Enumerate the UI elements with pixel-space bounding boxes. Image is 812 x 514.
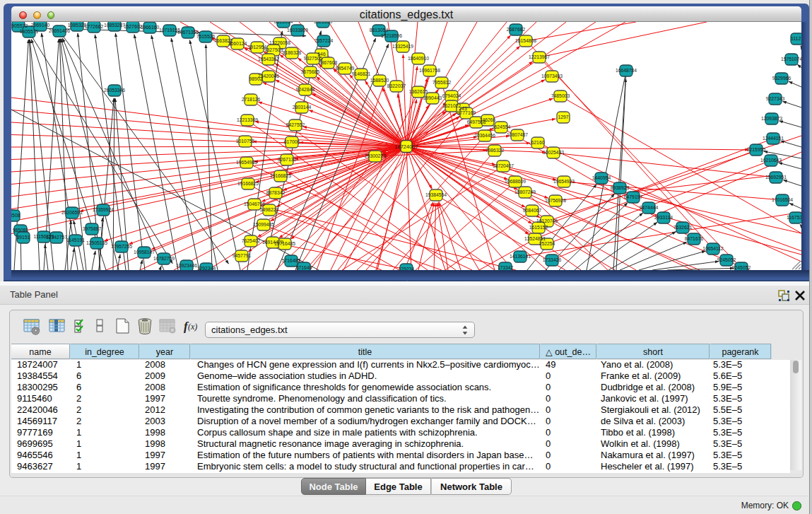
svg-text:10961758: 10961758 xyxy=(419,68,440,73)
svg-text:7357224: 7357224 xyxy=(314,38,334,43)
svg-text:1010755: 1010755 xyxy=(236,139,255,144)
svg-text:1921859: 1921859 xyxy=(314,22,333,24)
svg-text:10973493: 10973493 xyxy=(541,74,563,78)
svg-text:6966160: 6966160 xyxy=(141,25,160,30)
svg-text:12342757: 12342757 xyxy=(46,235,67,240)
svg-text:2069140: 2069140 xyxy=(31,23,50,28)
svg-text:9146821: 9146821 xyxy=(352,71,371,76)
svg-text:18724007: 18724007 xyxy=(394,144,418,150)
svg-text:6794024: 6794024 xyxy=(442,93,461,98)
svg-text:129234: 129234 xyxy=(399,267,415,270)
svg-text:8427552: 8427552 xyxy=(286,122,305,127)
svg-text:2803144: 2803144 xyxy=(293,105,312,110)
svg-text:9474444: 9474444 xyxy=(640,205,659,210)
svg-text:2687682: 2687682 xyxy=(507,27,526,32)
svg-text:9777169: 9777169 xyxy=(457,110,476,115)
svg-text:2867608: 2867608 xyxy=(319,60,338,65)
svg-text:10958147: 10958147 xyxy=(134,250,155,255)
svg-text:10807487: 10807487 xyxy=(507,132,528,137)
svg-text:8454749: 8454749 xyxy=(336,66,355,71)
svg-text:18807249: 18807249 xyxy=(514,189,536,194)
svg-text:17359924: 17359924 xyxy=(93,207,114,212)
svg-text:8990443: 8990443 xyxy=(423,95,442,100)
svg-text:17016504: 17016504 xyxy=(772,197,793,202)
svg-text:16154808: 16154808 xyxy=(515,38,536,43)
svg-text:15692951: 15692951 xyxy=(765,175,787,180)
svg-text:15751074: 15751074 xyxy=(781,57,801,62)
svg-text:1588520: 1588520 xyxy=(370,78,389,83)
svg-text:19384554: 19384554 xyxy=(425,192,447,197)
svg-text:13325419: 13325419 xyxy=(392,44,413,49)
svg-text:7986322: 7986322 xyxy=(486,148,505,153)
svg-text:12213967: 12213967 xyxy=(529,54,550,59)
svg-text:16120746: 16120746 xyxy=(536,218,558,223)
svg-text:98508: 98508 xyxy=(11,213,20,218)
svg-text:252254: 252254 xyxy=(539,241,555,246)
svg-text:1405571: 1405571 xyxy=(20,29,39,34)
svg-text:8471676: 8471676 xyxy=(685,236,704,241)
svg-text:3660124: 3660124 xyxy=(228,41,247,46)
svg-text:9242848: 9242848 xyxy=(296,87,315,92)
svg-text:985081: 985081 xyxy=(13,228,29,233)
svg-text:9327503: 9327503 xyxy=(264,47,283,52)
svg-text:3624554: 3624554 xyxy=(492,124,511,129)
svg-text:8813054: 8813054 xyxy=(370,28,389,33)
svg-text:9227343: 9227343 xyxy=(766,96,785,101)
svg-text:3675685: 3675685 xyxy=(301,69,320,74)
svg-text:10688609: 10688609 xyxy=(505,179,526,184)
svg-text:1167534: 1167534 xyxy=(787,215,801,220)
svg-text:10654112: 10654112 xyxy=(702,246,724,251)
svg-text:19166825: 19166825 xyxy=(237,181,259,186)
svg-text:3267130: 3267130 xyxy=(278,157,297,162)
svg-text:19654985: 19654985 xyxy=(236,160,257,165)
svg-text:18720407: 18720407 xyxy=(493,163,514,168)
svg-text:19218596: 19218596 xyxy=(381,33,402,38)
svg-text:17957255: 17957255 xyxy=(111,244,132,249)
svg-text:10756928: 10756928 xyxy=(545,198,566,203)
svg-text:1297: 1297 xyxy=(558,115,568,119)
svg-text:5716485: 5716485 xyxy=(282,258,301,263)
svg-text:8215955: 8215955 xyxy=(747,147,766,152)
svg-text:98902: 98902 xyxy=(249,76,263,81)
svg-text:3975887: 3975887 xyxy=(83,226,102,231)
svg-text:62160: 62160 xyxy=(531,140,545,145)
svg-text:1527602: 1527602 xyxy=(124,24,143,29)
svg-text:16782759: 16782759 xyxy=(153,256,175,261)
svg-text:7625402: 7625402 xyxy=(242,238,261,243)
svg-text:16648784: 16648784 xyxy=(616,68,637,73)
svg-text:16033809: 16033809 xyxy=(287,28,308,33)
svg-text:13524851: 13524851 xyxy=(524,236,546,241)
svg-text:1292344: 1292344 xyxy=(197,266,216,270)
svg-text:1085328: 1085328 xyxy=(68,23,87,28)
svg-text:15099485: 15099485 xyxy=(253,222,274,227)
svg-text:1905572: 1905572 xyxy=(11,23,28,28)
svg-text:7632621: 7632621 xyxy=(673,225,693,230)
svg-text:15046706: 15046706 xyxy=(244,201,265,206)
svg-text:19166825: 19166825 xyxy=(270,173,291,178)
svg-text:12444151: 12444151 xyxy=(763,136,784,141)
svg-text:16210643: 16210643 xyxy=(760,158,782,163)
svg-text:39151: 39151 xyxy=(17,235,30,240)
svg-text:8322037: 8322037 xyxy=(387,83,406,88)
svg-text:173342: 173342 xyxy=(498,265,514,270)
svg-text:16543362: 16543362 xyxy=(258,57,279,62)
svg-text:1615152: 1615152 xyxy=(529,225,548,230)
svg-text:9329966: 9329966 xyxy=(772,76,792,81)
svg-text:9084067: 9084067 xyxy=(523,208,542,213)
svg-text:9457791: 9457791 xyxy=(233,253,252,258)
svg-text:617006: 617006 xyxy=(284,139,300,144)
svg-text:2718126: 2718126 xyxy=(242,97,261,102)
svg-text:7515526: 7515526 xyxy=(196,34,216,39)
svg-text:7485003: 7485003 xyxy=(551,93,570,98)
svg-text:1145191: 1145191 xyxy=(66,238,85,243)
svg-text:26053346: 26053346 xyxy=(104,88,125,93)
svg-text:8813054: 8813054 xyxy=(274,22,293,24)
svg-text:14136141: 14136141 xyxy=(510,254,531,259)
svg-text:19654923: 19654923 xyxy=(553,179,575,184)
svg-text:1772662: 1772662 xyxy=(85,24,104,29)
svg-text:1440954: 1440954 xyxy=(592,175,611,180)
svg-text:2933114: 2933114 xyxy=(654,215,673,220)
svg-text:(x): (x) xyxy=(188,322,197,332)
svg-text:1362615: 1362615 xyxy=(409,89,428,94)
svg-text:6479197: 6479197 xyxy=(624,194,643,199)
